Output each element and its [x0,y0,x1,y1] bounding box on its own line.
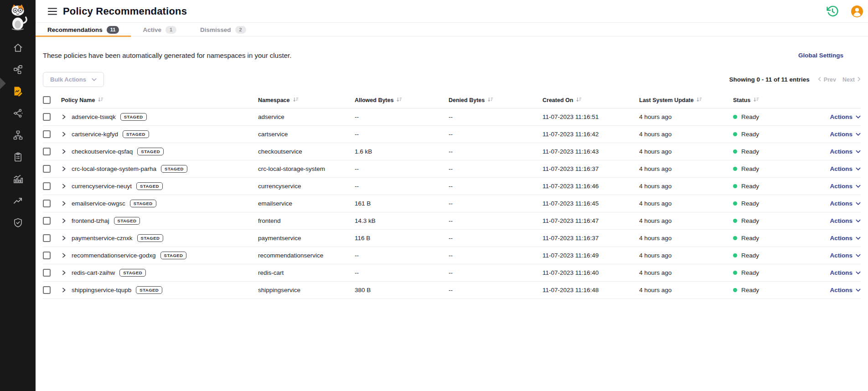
menu-icon[interactable] [46,5,58,17]
select-all-checkbox[interactable] [43,96,51,104]
row-checkbox[interactable] [43,252,51,259]
policy-name: redis-cart-zaihw [72,269,115,276]
row-checkbox-cell [43,282,61,299]
app-logo[interactable] [0,0,36,34]
actions-button[interactable]: Actions [830,148,861,155]
sidebar-item-security[interactable] [0,211,36,233]
actions-button[interactable]: Actions [830,252,861,259]
actions-button[interactable]: Actions [830,165,861,172]
sidebar-item-clipboard[interactable] [0,146,36,168]
row-checkbox[interactable] [43,130,51,138]
row-checkbox[interactable] [43,217,51,225]
row-checkbox[interactable] [43,113,51,121]
status-dot [733,167,737,171]
policy-name-cell: crc-local-storage-system-parha STAGED [61,160,258,178]
tab-bar: Recommendations 11 Active 1 Dismissed 2 [36,23,868,36]
column-header-policy-name[interactable]: Policy Name [61,93,258,108]
actions-button[interactable]: Actions [830,183,861,190]
namespace-cell: cartservice [258,126,355,143]
actions-button[interactable]: Actions [830,113,861,120]
history-icon[interactable] [826,5,839,18]
tab-recommendations[interactable]: Recommendations 11 [36,23,131,36]
row-checkbox[interactable] [43,148,51,155]
sidebar-item-topology[interactable] [0,58,36,80]
expand-row-icon[interactable] [61,217,67,224]
expand-row-icon[interactable] [61,183,67,190]
global-settings-link[interactable]: Global Settings [798,52,843,59]
row-checkbox[interactable] [43,234,51,242]
expand-row-icon[interactable] [61,165,67,172]
column-header-actions [801,93,861,108]
row-checkbox[interactable] [43,269,51,277]
status-cell: Ready [733,230,801,247]
column-header-created-on[interactable]: Created On [542,93,639,108]
status-label: Ready [741,165,759,172]
next-icon [858,77,861,83]
expand-row-icon[interactable] [61,148,67,155]
denied-bytes-cell: -- [449,230,542,247]
staged-badge: STAGED [130,200,156,207]
tab-dismissed[interactable]: Dismissed 2 [188,23,258,36]
next-page-button[interactable]: Next [842,77,861,83]
expand-row-icon[interactable] [61,113,67,120]
denied-bytes-cell: -- [449,264,542,282]
sidebar-item-home[interactable] [0,36,36,58]
status-dot [733,115,737,119]
sort-icon [487,97,493,103]
status-label: Ready [741,217,759,224]
tab-active[interactable]: Active 1 [131,23,188,36]
column-header-namespace[interactable]: Namespace [258,93,355,108]
actions-button[interactable]: Actions [830,217,861,224]
prev-page-button[interactable]: Prev [818,77,836,83]
expand-row-icon[interactable] [61,252,67,259]
table-row: checkoutservice-qsfaq STAGED checkoutser… [43,143,861,160]
expand-row-icon[interactable] [61,269,67,276]
expand-row-icon[interactable] [61,287,67,293]
row-checkbox-cell [43,108,61,126]
actions-button[interactable]: Actions [830,287,861,293]
last-system-update-cell: 4 hours ago [639,143,733,160]
policy-name-cell: checkoutservice-qsfaq STAGED [61,143,258,160]
page-title: Policy Recommendations [63,5,187,17]
row-checkbox[interactable] [43,182,51,190]
sidebar-item-trends[interactable] [0,190,36,211]
policy-name: currencyservice-neuyt [72,183,132,190]
chevron-down-icon [92,76,97,83]
last-system-update-cell: 4 hours ago [639,282,733,299]
sort-icon [396,97,402,103]
namespace-cell: recommendationservice [258,247,355,264]
user-avatar-icon[interactable] [851,5,863,18]
staged-badge: STAGED [114,217,140,225]
sidebar-item-network-graph[interactable] [0,102,36,124]
bulk-actions-button[interactable]: Bulk Actions [43,72,104,87]
policy-name-cell: cartservice-kgfyd STAGED [61,126,258,143]
sidebar-item-sitemap[interactable] [0,124,36,146]
status-cell: Ready [733,264,801,282]
column-header-last-system-update[interactable]: Last System Update [639,93,733,108]
column-header-status[interactable]: Status [733,93,801,108]
created-on-cell: 11-07-2023 11:16:51 [542,108,639,126]
sidebar-item-analytics[interactable] [0,168,36,190]
column-header-allowed-bytes[interactable]: Allowed Bytes [355,93,449,108]
row-checkbox[interactable] [43,165,51,173]
namespace-cell: redis-cart [258,264,355,282]
status-dot [733,149,737,154]
row-checkbox[interactable] [43,286,51,294]
actions-button[interactable]: Actions [830,131,861,138]
actions-button[interactable]: Actions [830,200,861,207]
policy-name-cell: shippingservice-tqupb STAGED [61,282,258,299]
actions-button[interactable]: Actions [830,235,861,242]
denied-bytes-cell: -- [449,160,542,178]
network-graph-icon [13,108,23,118]
expand-row-icon[interactable] [61,200,67,207]
denied-bytes-cell: -- [449,247,542,264]
namespace-cell: paymentservice [258,230,355,247]
expand-row-icon[interactable] [61,235,67,242]
staged-badge: STAGED [123,130,149,138]
table-row: adservice-tswqk STAGED adservice -- -- 1… [43,108,861,126]
created-on-cell: 11-07-2023 11:16:47 [542,212,639,230]
row-checkbox[interactable] [43,200,51,207]
expand-row-icon[interactable] [61,131,67,138]
actions-button[interactable]: Actions [830,269,861,276]
column-header-denied-bytes[interactable]: Denied Bytes [449,93,542,108]
